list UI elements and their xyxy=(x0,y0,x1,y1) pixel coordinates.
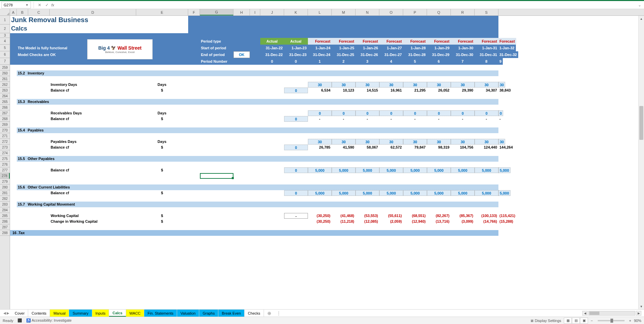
page-layout-view-button[interactable]: ▤ xyxy=(572,318,580,324)
sheet-tab-contents[interactable]: Contents xyxy=(28,310,50,317)
col-header-O[interactable]: O xyxy=(379,9,403,15)
col-header-A[interactable]: A xyxy=(10,9,17,15)
row-header-277[interactable]: 277 xyxy=(0,167,10,173)
row-header-288[interactable]: 288 xyxy=(0,230,10,236)
add-sheet-button[interactable]: ⊕ xyxy=(264,311,275,316)
row-header-268[interactable]: 268 xyxy=(0,116,10,122)
row-header-2[interactable]: 2 xyxy=(0,24,10,33)
col-header-E[interactable]: E xyxy=(136,9,188,15)
sheet-tab-cover[interactable]: Cover xyxy=(11,310,28,317)
row-header-269[interactable]: 269 xyxy=(0,122,10,127)
row-header-279[interactable]: 279 xyxy=(0,179,10,184)
section-header: 15.3Receivables xyxy=(17,99,498,105)
row-header-275[interactable]: 275 xyxy=(0,156,10,162)
row-header-266[interactable]: 266 xyxy=(0,105,10,110)
col-header-I[interactable]: I xyxy=(250,9,260,15)
row-header-6[interactable]: 6 xyxy=(0,51,10,58)
page-break-view-button[interactable]: ▣ xyxy=(580,318,588,324)
row-header-282[interactable]: 282 xyxy=(0,196,10,202)
tab-nav[interactable]: ◀▶ xyxy=(1,311,11,315)
sheet-tab-fin-statements[interactable]: Fin. Statements xyxy=(144,310,177,317)
row-header-5[interactable]: 5 xyxy=(0,45,10,51)
sheet-tab-checks[interactable]: Checks xyxy=(245,310,264,317)
row-header-280[interactable]: 280 xyxy=(0,184,10,190)
row-header-274[interactable]: 274 xyxy=(0,150,10,156)
name-box[interactable]: G278 ▼ xyxy=(1,2,31,8)
row-header-267[interactable]: 267 xyxy=(0,110,10,116)
col-header-Q[interactable]: Q xyxy=(427,9,451,15)
row-header-1[interactable]: 1 xyxy=(0,16,10,24)
cells-area[interactable]: Junk Removal BusinessCalcsPeriod typeAct… xyxy=(10,16,644,309)
tab-options-icon[interactable]: ⋮ xyxy=(275,311,283,316)
sheet-tab-manual[interactable]: Manual xyxy=(50,310,69,317)
col-header-L[interactable]: L xyxy=(308,9,332,15)
row-header-287[interactable]: 287 xyxy=(0,224,10,230)
col-header-N[interactable]: N xyxy=(356,9,379,15)
scroll-up-icon[interactable]: ▲ xyxy=(639,16,644,21)
expand-formula-bar-icon[interactable]: ⌄ xyxy=(637,3,643,7)
normal-view-button[interactable]: ▦ xyxy=(564,318,572,324)
row-header-272[interactable]: 272 xyxy=(0,139,10,145)
status-ready: Ready xyxy=(3,319,13,323)
row-header-284[interactable]: 284 xyxy=(0,207,10,213)
row-header-262[interactable]: 262 xyxy=(0,82,10,88)
col-header-C[interactable]: C xyxy=(28,9,50,15)
zoom-slider[interactable] xyxy=(598,320,625,321)
cancel-formula-icon[interactable]: ✕ xyxy=(37,2,43,8)
row-header-276[interactable]: 276 xyxy=(0,162,10,167)
horizontal-scrollbar[interactable] xyxy=(588,311,635,316)
row-header-273[interactable]: 273 xyxy=(0,145,10,150)
row-header-259[interactable]: 259 xyxy=(0,65,10,70)
row-header-270[interactable]: 270 xyxy=(0,127,10,133)
zoom-in-button[interactable]: + xyxy=(629,319,631,323)
row-header-7[interactable]: 7 xyxy=(0,58,10,65)
col-header-R[interactable]: R xyxy=(451,9,475,15)
row-header-3[interactable]: 3 xyxy=(0,33,10,38)
formula-input[interactable] xyxy=(57,2,635,8)
col-header-H[interactable]: H xyxy=(233,9,250,15)
macro-record-icon[interactable]: ⬛ xyxy=(17,318,22,323)
sheet-tab-wacc[interactable]: WACC xyxy=(126,310,144,317)
row-header-260[interactable]: 260 xyxy=(0,70,10,76)
col-header-P[interactable]: P xyxy=(403,9,427,15)
row-header-285[interactable]: 285 xyxy=(0,213,10,219)
col-header-S[interactable]: S xyxy=(475,9,498,15)
row-header-281[interactable]: 281 xyxy=(0,190,10,196)
zoom-out-button[interactable]: − xyxy=(591,319,593,323)
row-header-4[interactable]: 4 xyxy=(0,38,10,45)
sheet-tab-calcs[interactable]: Calcs xyxy=(109,310,126,317)
accept-formula-icon[interactable]: ✓ xyxy=(44,2,50,8)
select-all-corner[interactable] xyxy=(0,9,10,15)
fx-icon[interactable]: fx xyxy=(51,3,54,7)
col-header-B[interactable]: B xyxy=(17,9,28,15)
accessibility-status[interactable]: ♿ Accessibility: Investigate xyxy=(26,318,72,323)
sheet-tab-summary[interactable]: Summary xyxy=(69,310,92,317)
sheet-tab-valuation[interactable]: Valuation xyxy=(177,310,199,317)
row-header-286[interactable]: 286 xyxy=(0,219,10,224)
col-header-J[interactable]: J xyxy=(260,9,284,15)
col-header-D[interactable]: D xyxy=(50,9,136,15)
sheet-tabs-bar: ◀▶ CoverContentsManualSummaryInputsCalcs… xyxy=(0,309,644,317)
col-header-F[interactable]: F xyxy=(188,9,200,15)
vertical-scrollbar[interactable]: ▲ ▼ xyxy=(638,16,644,309)
col-header-K[interactable]: K xyxy=(284,9,308,15)
sheet-tab-inputs[interactable]: Inputs xyxy=(92,310,109,317)
row-header-283[interactable]: 283 xyxy=(0,202,10,207)
sheet-tab-break-even[interactable]: Break Even xyxy=(218,310,245,317)
section-header: 15.7Working Capital Movement xyxy=(17,202,498,207)
col-header-G[interactable]: G xyxy=(200,9,233,15)
col-header-M[interactable]: M xyxy=(332,9,356,15)
hscroll-right-icon[interactable]: ▶ xyxy=(636,311,641,316)
row-header-265[interactable]: 265 xyxy=(0,99,10,105)
sheet-tab-graphs[interactable]: Graphs xyxy=(199,310,218,317)
row-header-263[interactable]: 263 xyxy=(0,88,10,93)
row-header-278[interactable]: 278 xyxy=(0,173,10,179)
chevron-down-icon[interactable]: ▼ xyxy=(25,3,29,7)
row-header-264[interactable]: 264 xyxy=(0,93,10,99)
row-header-261[interactable]: 261 xyxy=(0,76,10,82)
row-header-271[interactable]: 271 xyxy=(0,133,10,139)
display-settings-button[interactable]: 🖥 Display Settings xyxy=(530,319,561,323)
scroll-down-icon[interactable]: ▼ xyxy=(639,304,644,309)
hscroll-left-icon[interactable]: ◀ xyxy=(582,311,588,316)
zoom-level[interactable]: 90% xyxy=(634,319,641,323)
